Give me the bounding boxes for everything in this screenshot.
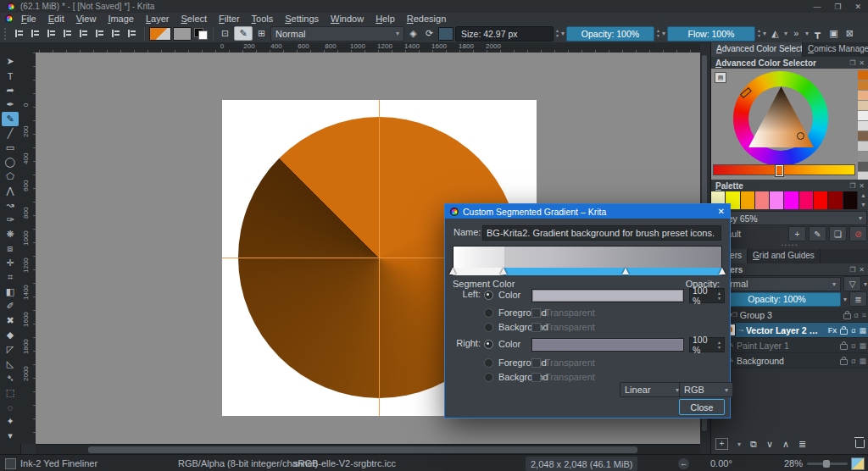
tool-calligraphy[interactable]: ✒ <box>2 97 19 112</box>
alpha-lock-icon[interactable]: α <box>851 341 855 350</box>
tool-gradient[interactable]: ◧ <box>2 285 19 299</box>
history-swatch[interactable] <box>858 91 868 100</box>
tool-more[interactable]: ▾ <box>2 429 19 443</box>
crop-frame-button[interactable]: ▣ <box>826 26 841 41</box>
tool-polygon[interactable]: ⬠ <box>2 169 19 184</box>
layer-row[interactable]: ✎ Paint Layer 1 Fx α ▦ <box>711 338 868 353</box>
alpha-lock-icon[interactable]: α <box>854 311 859 319</box>
close-docker-icon[interactable]: ✕ <box>859 59 865 67</box>
opacity-dropdown-icon[interactable]: ▾ <box>662 30 665 37</box>
palette-scrollbar[interactable]: ▲▼ <box>858 191 868 209</box>
palette-swatch[interactable] <box>741 191 755 209</box>
tool-freehand-brush[interactable]: ✎ <box>2 112 19 126</box>
menu-item[interactable]: Select <box>175 14 214 24</box>
right-opacity-spinner[interactable]: 100 %▲▼ <box>689 337 725 352</box>
left-opacity-spinner[interactable]: 100 %▲▼ <box>689 288 725 303</box>
menu-item[interactable]: Filter <box>213 14 245 24</box>
snap-button[interactable]: ┳ <box>810 26 825 41</box>
align-horizontal-center[interactable] <box>29 27 43 40</box>
mirror-vertical-button[interactable]: » <box>789 26 804 41</box>
menu-item[interactable]: View <box>70 14 103 24</box>
history-swatch[interactable] <box>858 111 868 120</box>
layer-properties-button[interactable]: ≣ <box>798 439 806 450</box>
inherit-alpha-icon[interactable]: ▦ <box>859 326 866 335</box>
interpolation-select[interactable]: Linear ▾ <box>620 382 684 397</box>
tool-bezier-curve[interactable]: ↝ <box>2 198 19 213</box>
mirror-horizontal-button[interactable]: ◭ <box>768 26 782 41</box>
layer-filter-options[interactable]: ▾ <box>864 280 867 288</box>
layer-row[interactable]: ↝ Vector Layer 2 … Fx α ▦ <box>711 323 868 338</box>
distribute-horizontal-left[interactable] <box>61 27 75 40</box>
palette-select[interactable]: Grey 65% ▾ <box>713 211 867 225</box>
eraser-mode-button[interactable]: ◈ <box>406 26 420 41</box>
tool-polyline[interactable]: ⋀ <box>2 184 19 198</box>
menu-item[interactable]: Tools <box>246 14 280 24</box>
history-swatch[interactable] <box>858 141 868 151</box>
tool-rect-select[interactable]: ⬚ <box>2 385 19 400</box>
brush-presets-button[interactable]: ⊞ <box>254 26 269 41</box>
mirror-horizontal-options[interactable]: ▾ <box>784 30 787 37</box>
tool-reference-images[interactable]: ➴ <box>2 371 19 385</box>
color-model-select[interactable]: RGB ▾ <box>679 382 733 397</box>
menu-item[interactable]: Image <box>102 14 140 24</box>
delete-layer-button[interactable] <box>855 440 865 448</box>
inherit-alpha-icon[interactable]: ≡ <box>862 311 866 319</box>
close-docker-icon[interactable]: ✕ <box>859 182 865 190</box>
tool-select-shapes[interactable]: ➤ <box>2 54 19 69</box>
restore-button[interactable]: ❐ <box>834 3 841 11</box>
size-dropdown-icon[interactable]: ▾ <box>561 30 565 37</box>
tool-dynamic-brush[interactable]: ✑ <box>2 213 19 227</box>
align-horizontal-left[interactable] <box>13 27 27 40</box>
tool-multibrush[interactable]: ❋ <box>2 227 19 241</box>
layer-row[interactable]: ✎ Background Fx α ▦ <box>711 353 868 368</box>
layer-opacity-slider[interactable]: Opacity: 100% <box>713 292 841 307</box>
tool-assistants[interactable]: ◸ <box>2 342 19 357</box>
alpha-lock-icon[interactable]: α <box>851 357 855 365</box>
flow-slider[interactable]: Flow: 100% <box>667 26 755 42</box>
tool-ellipse-select[interactable]: ◌ <box>2 400 19 414</box>
tool-outline-select[interactable]: ✦ <box>2 414 19 429</box>
dialog-title-bar[interactable]: Custom Segmented Gradient – Krita ✕ <box>445 204 730 219</box>
workspace-chooser-button[interactable]: ⊡ <box>218 26 232 41</box>
align-horizontal-right[interactable] <box>45 27 59 40</box>
float-docker-icon[interactable]: ❐ <box>849 266 855 274</box>
right-foreground-radio[interactable] <box>484 358 493 368</box>
menu-item[interactable]: Window <box>325 14 370 24</box>
blending-mode-select[interactable]: Normal▾ <box>270 26 404 42</box>
palette-swatch[interactable] <box>755 191 770 209</box>
inherit-alpha-icon[interactable]: ▦ <box>859 341 866 350</box>
tab-grid-and-guides[interactable]: Grid and Guides <box>748 249 821 263</box>
right-color-radio[interactable] <box>484 340 493 349</box>
layer-name[interactable]: Paint Layer 1 <box>737 341 837 351</box>
history-swatch[interactable] <box>858 121 868 130</box>
tool-line[interactable]: ╱ <box>2 126 19 141</box>
flow-spinner[interactable]: ▲▼ <box>757 29 761 38</box>
tool-fill[interactable]: ◆ <box>2 328 19 342</box>
history-swatch[interactable] <box>858 80 868 90</box>
brush-size-field[interactable]: Size: 42.97 px <box>455 26 554 42</box>
distribute-horizontal-right[interactable] <box>93 27 108 40</box>
right-color-swatch[interactable] <box>531 338 684 352</box>
close-dialog-button[interactable]: Close <box>679 399 725 415</box>
layer-blending-select[interactable]: Normal▾ <box>713 277 841 291</box>
layer-name[interactable]: Vector Layer 2 … <box>746 325 826 335</box>
color-selector-area[interactable]: ▤ <box>711 69 868 180</box>
load-palette-button[interactable]: ❏ <box>829 226 847 241</box>
tool-transform[interactable]: ⧈ <box>2 241 19 256</box>
palette-swatch[interactable] <box>843 191 858 209</box>
tool-ellipse[interactable]: ◯ <box>2 155 19 169</box>
tool-move[interactable]: ✛ <box>2 256 19 270</box>
history-swatch[interactable] <box>858 152 868 161</box>
reload-preset-button[interactable]: ⟳ <box>422 26 437 41</box>
palette-swatch[interactable] <box>770 191 784 209</box>
hue-slider[interactable] <box>713 164 855 175</box>
layer-name[interactable]: Group 3 <box>740 310 841 320</box>
layer-opacity-options[interactable]: ▾ <box>843 296 847 303</box>
brush-preview-chip[interactable] <box>438 27 453 41</box>
history-swatch[interactable] <box>858 162 868 171</box>
pattern-chooser[interactable] <box>173 27 192 41</box>
scroll-up-icon[interactable]: ▲ <box>858 191 868 201</box>
flow-dropdown-icon[interactable]: ▾ <box>763 30 766 37</box>
move-layer-down-button[interactable]: ∨ <box>766 439 773 450</box>
assistants-toggle-button[interactable]: ⊠ <box>843 26 857 41</box>
